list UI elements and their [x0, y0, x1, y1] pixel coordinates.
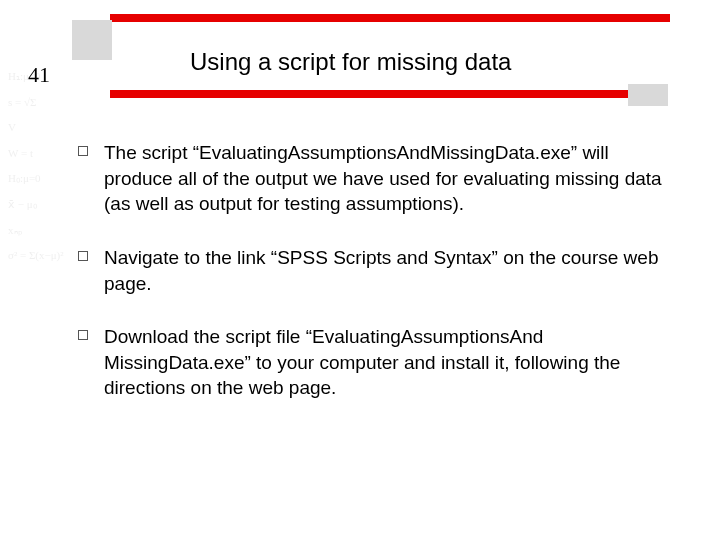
bullet-icon [78, 330, 88, 340]
background-watermark: H₁:μ<0 s = √Σ V W = t H₀:μ=0 x̄ − μ₀ xₙₚ… [8, 60, 78, 480]
bullet-icon [78, 251, 88, 261]
header-gray-box [72, 20, 112, 60]
bullet-text: Navigate to the link “SPSS Scripts and S… [104, 245, 678, 296]
bullet-text: The script “EvaluatingAssumptionsAndMiss… [104, 140, 678, 217]
bullet-text: Download the script file “EvaluatingAssu… [104, 324, 678, 401]
list-item: The script “EvaluatingAssumptionsAndMiss… [78, 140, 678, 217]
list-item: Download the script file “EvaluatingAssu… [78, 324, 678, 401]
bullet-icon [78, 146, 88, 156]
title-underline-red [110, 90, 630, 98]
list-item: Navigate to the link “SPSS Scripts and S… [78, 245, 678, 296]
slide-title: Using a script for missing data [190, 48, 511, 76]
content-area: The script “EvaluatingAssumptionsAndMiss… [78, 140, 678, 429]
header-red-bar [110, 14, 670, 22]
title-underline-gray [628, 84, 668, 106]
slide-number: 41 [28, 62, 50, 88]
